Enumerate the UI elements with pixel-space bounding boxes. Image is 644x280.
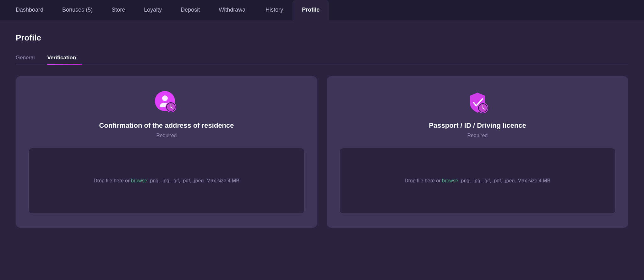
svg-point-6 — [171, 107, 172, 108]
address-drop-zone[interactable]: Drop file here or browse .png, .jpg, .gi… — [28, 148, 305, 214]
sub-tabs: General Verification — [16, 52, 628, 65]
passport-card-title: Passport / ID / Driving licence — [429, 121, 526, 130]
passport-icon — [465, 90, 490, 115]
address-drop-text-before: Drop file here or — [94, 178, 131, 183]
verification-cards: Confirmation of the address of residence… — [16, 76, 628, 228]
passport-drop-text-after: .png, .jpg, .gif, .pdf, .jpeg. Max size … — [458, 178, 550, 183]
address-icon — [154, 90, 179, 115]
nav-item-withdrawal[interactable]: Withdrawal — [209, 0, 256, 20]
address-verification-card: Confirmation of the address of residence… — [16, 76, 317, 228]
main-content: Profile General Verification — [0, 20, 644, 240]
passport-drop-text: Drop file here or browse .png, .jpg, .gi… — [405, 177, 550, 185]
nav-item-deposit[interactable]: Deposit — [171, 0, 209, 20]
page-title: Profile — [16, 33, 628, 43]
svg-point-11 — [483, 108, 483, 109]
address-card-subtitle: Required — [156, 133, 177, 138]
nav-item-store[interactable]: Store — [102, 0, 134, 20]
nav-item-dashboard[interactable]: Dashboard — [6, 0, 53, 20]
address-drop-text-after: .png, .jpg, .gif, .pdf, .jpeg. Max size … — [147, 178, 239, 183]
nav-item-history[interactable]: History — [256, 0, 292, 20]
passport-drop-text-before: Drop file here or — [405, 178, 442, 183]
nav-item-profile[interactable]: Profile — [292, 0, 329, 20]
top-navigation: Dashboard Bonuses (5) Store Loyalty Depo… — [0, 0, 644, 20]
passport-browse-link[interactable]: browse — [442, 178, 458, 183]
address-card-title: Confirmation of the address of residence — [99, 121, 234, 130]
nav-item-bonuses[interactable]: Bonuses (5) — [53, 0, 102, 20]
tab-divider — [16, 65, 628, 65]
svg-point-1 — [162, 95, 168, 101]
tab-general[interactable]: General — [16, 52, 41, 65]
address-drop-text: Drop file here or browse .png, .jpg, .gi… — [94, 177, 239, 185]
tab-verification[interactable]: Verification — [47, 52, 82, 65]
passport-verification-card: Passport / ID / Driving licence Required… — [327, 76, 628, 228]
passport-drop-zone[interactable]: Drop file here or browse .png, .jpg, .gi… — [339, 148, 616, 214]
nav-item-loyalty[interactable]: Loyalty — [134, 0, 171, 20]
passport-card-subtitle: Required — [467, 133, 488, 138]
address-browse-link[interactable]: browse — [131, 178, 147, 183]
